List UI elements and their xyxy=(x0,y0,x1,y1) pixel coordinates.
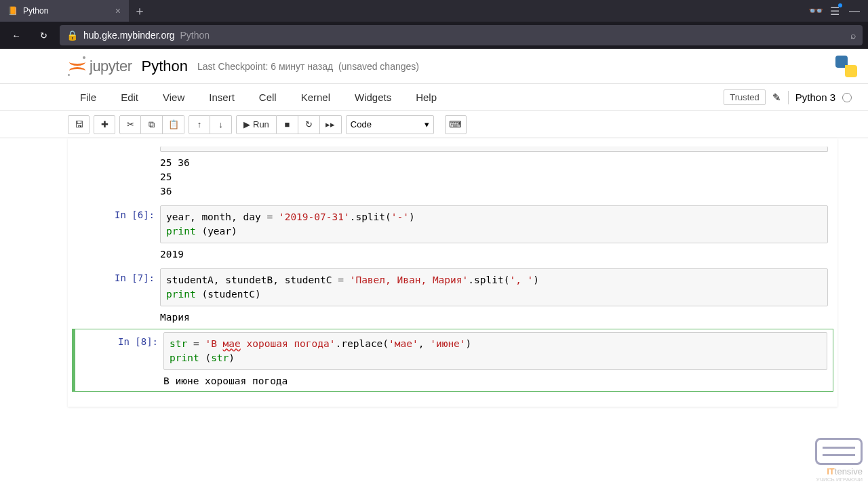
restart-run-button[interactable]: ▸▸ xyxy=(320,115,342,134)
url-host: hub.gke.mybinder.org xyxy=(83,30,175,41)
jupyter-logo[interactable]: jupyter xyxy=(68,57,132,76)
move-down-button[interactable]: ↓ xyxy=(210,115,232,134)
menu-kernel[interactable]: Kernel xyxy=(289,92,342,103)
cell-prompt: In [6]: xyxy=(72,205,160,262)
checkpoint-text: Last Checkpoint: 6 минут назад (unsaved … xyxy=(197,61,419,72)
code-cell-selected[interactable]: In [8]: str = 'В мае хорошая погода'.rep… xyxy=(72,329,833,392)
trusted-badge[interactable]: Trusted xyxy=(724,89,766,105)
browser-tab[interactable]: 📙 Python × xyxy=(0,0,129,22)
url-path: Python xyxy=(180,30,210,41)
close-tab-icon[interactable]: × xyxy=(113,5,123,16)
code-input[interactable]: studentA, stundetB, studentC = 'Павел, И… xyxy=(160,268,828,306)
toolbar: 🖫 ✚ ✂ ⧉ 📋 ↑ ↓ ▶ Run ■ ↻ ▸▸ Code▾ ⌨ xyxy=(0,111,868,138)
python-logo xyxy=(835,56,857,77)
menu-icon[interactable]: ☰ xyxy=(830,5,840,18)
cell-output: 25 36 25 36 xyxy=(160,152,828,199)
reader-icon[interactable]: 👓 xyxy=(808,3,821,18)
command-palette-button[interactable]: ⌨ xyxy=(445,115,467,134)
save-button[interactable]: 🖫 xyxy=(68,115,90,134)
back-button[interactable]: ← xyxy=(5,24,27,46)
code-cell[interactable]: 25 36 25 36 xyxy=(72,144,833,201)
tab-title: Python xyxy=(23,6,48,16)
menu-edit[interactable]: Edit xyxy=(108,92,151,103)
run-button[interactable]: ▶ Run xyxy=(236,115,277,134)
kernel-indicator xyxy=(842,93,852,102)
menu-cell[interactable]: Cell xyxy=(247,92,289,103)
cell-prompt xyxy=(72,146,160,199)
minimize-icon[interactable]: — xyxy=(849,5,860,17)
copy-button[interactable]: ⧉ xyxy=(141,115,163,134)
paste-button[interactable]: 📋 xyxy=(163,115,184,134)
cell-output: Мария xyxy=(160,306,828,325)
menubar: File Edit View Insert Cell Kernel Widget… xyxy=(0,84,868,111)
browser-tab-bar: 📙 Python × ＋ 👓 ☰ — xyxy=(0,0,868,22)
code-input[interactable] xyxy=(160,146,828,152)
cell-output: В июне хорошая погода xyxy=(163,370,827,388)
code-cell[interactable]: In [6]: year, month, day = '2019-07-31'.… xyxy=(72,203,833,264)
code-input[interactable]: str = 'В мае хорошая погода'.replace('ма… xyxy=(163,332,827,370)
edit-icon[interactable]: ✎ xyxy=(772,92,781,104)
notebook-area: 25 36 25 36 In [6]: year, month, day = '… xyxy=(68,138,837,407)
menu-insert[interactable]: Insert xyxy=(197,92,247,103)
address-bar: ← ↻ 🔒 hub.gke.mybinder.org Python ⌕ xyxy=(0,22,868,49)
menu-view[interactable]: View xyxy=(151,92,197,103)
url-input[interactable]: 🔒 hub.gke.mybinder.org Python ⌕ xyxy=(60,25,863,45)
new-tab-button[interactable]: ＋ xyxy=(129,0,151,22)
jupyter-header: jupyter Python Last Checkpoint: 6 минут … xyxy=(0,49,868,84)
add-cell-button[interactable]: ✚ xyxy=(94,115,115,134)
watermark: ITtensive УЧИСЬ ИГРАЮЧИ xyxy=(815,438,863,483)
menu-file[interactable]: File xyxy=(68,92,108,103)
cell-output: 2019 xyxy=(160,243,828,262)
cell-type-select[interactable]: Code▾ xyxy=(346,115,434,134)
restart-button[interactable]: ↻ xyxy=(298,115,320,134)
menu-widgets[interactable]: Widgets xyxy=(342,92,403,103)
cell-prompt: In [8]: xyxy=(75,332,163,388)
cut-button[interactable]: ✂ xyxy=(119,115,141,134)
notebook-icon: 📙 xyxy=(7,5,18,16)
menu-help[interactable]: Help xyxy=(403,92,449,103)
code-input[interactable]: year, month, day = '2019-07-31'.split('-… xyxy=(160,205,828,243)
move-up-button[interactable]: ↑ xyxy=(189,115,210,134)
kernel-name[interactable]: Python 3 xyxy=(795,92,835,103)
reload-button[interactable]: ↻ xyxy=(33,24,54,46)
search-icon[interactable]: ⌕ xyxy=(850,30,856,41)
code-cell[interactable]: In [7]: studentA, stundetB, studentC = '… xyxy=(72,266,833,327)
lock-icon: 🔒 xyxy=(66,30,78,41)
cell-prompt: In [7]: xyxy=(72,268,160,325)
interrupt-button[interactable]: ■ xyxy=(277,115,298,134)
notebook-title[interactable]: Python xyxy=(142,58,189,75)
